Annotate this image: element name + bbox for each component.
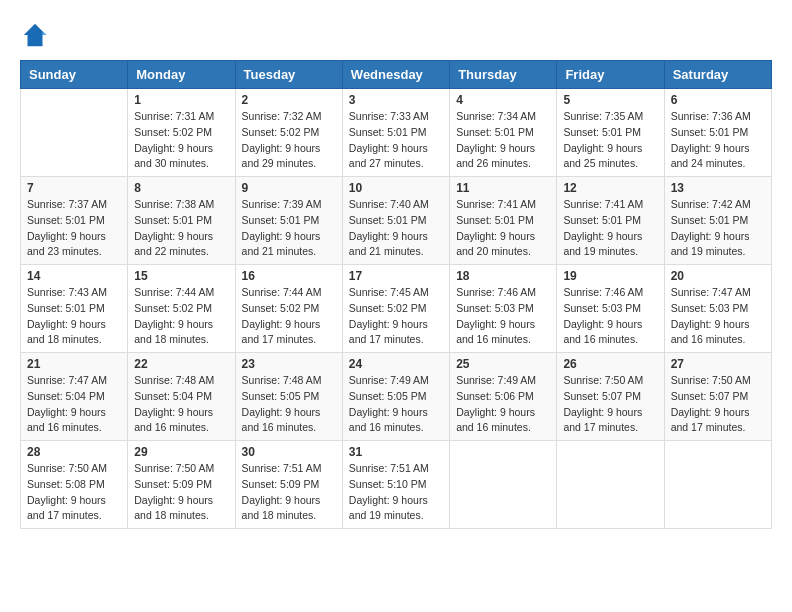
- week-row-5: 28Sunrise: 7:50 AMSunset: 5:08 PMDayligh…: [21, 441, 772, 529]
- sunset-text: Sunset: 5:01 PM: [456, 125, 550, 141]
- calendar-cell: 10Sunrise: 7:40 AMSunset: 5:01 PMDayligh…: [342, 177, 449, 265]
- sunrise-text: Sunrise: 7:34 AM: [456, 109, 550, 125]
- calendar-cell: 9Sunrise: 7:39 AMSunset: 5:01 PMDaylight…: [235, 177, 342, 265]
- day-number: 28: [27, 445, 121, 459]
- calendar-cell: 22Sunrise: 7:48 AMSunset: 5:04 PMDayligh…: [128, 353, 235, 441]
- day-number: 20: [671, 269, 765, 283]
- day-number: 26: [563, 357, 657, 371]
- daylight-text: Daylight: 9 hours and 19 minutes.: [671, 229, 765, 261]
- sunset-text: Sunset: 5:01 PM: [563, 213, 657, 229]
- cell-content: Sunrise: 7:37 AMSunset: 5:01 PMDaylight:…: [27, 197, 121, 260]
- sunrise-text: Sunrise: 7:50 AM: [134, 461, 228, 477]
- daylight-text: Daylight: 9 hours and 22 minutes.: [134, 229, 228, 261]
- sunset-text: Sunset: 5:04 PM: [134, 389, 228, 405]
- sunrise-text: Sunrise: 7:51 AM: [242, 461, 336, 477]
- daylight-text: Daylight: 9 hours and 24 minutes.: [671, 141, 765, 173]
- day-header-saturday: Saturday: [664, 61, 771, 89]
- calendar-cell: 29Sunrise: 7:50 AMSunset: 5:09 PMDayligh…: [128, 441, 235, 529]
- calendar-cell: 3Sunrise: 7:33 AMSunset: 5:01 PMDaylight…: [342, 89, 449, 177]
- cell-content: Sunrise: 7:43 AMSunset: 5:01 PMDaylight:…: [27, 285, 121, 348]
- cell-content: Sunrise: 7:34 AMSunset: 5:01 PMDaylight:…: [456, 109, 550, 172]
- cell-content: Sunrise: 7:41 AMSunset: 5:01 PMDaylight:…: [563, 197, 657, 260]
- cell-content: Sunrise: 7:44 AMSunset: 5:02 PMDaylight:…: [134, 285, 228, 348]
- calendar-cell: 30Sunrise: 7:51 AMSunset: 5:09 PMDayligh…: [235, 441, 342, 529]
- calendar-cell: [664, 441, 771, 529]
- daylight-text: Daylight: 9 hours and 19 minutes.: [349, 493, 443, 525]
- sunrise-text: Sunrise: 7:49 AM: [349, 373, 443, 389]
- calendar-cell: 14Sunrise: 7:43 AMSunset: 5:01 PMDayligh…: [21, 265, 128, 353]
- sunrise-text: Sunrise: 7:46 AM: [563, 285, 657, 301]
- sunset-text: Sunset: 5:01 PM: [242, 213, 336, 229]
- calendar-cell: 1Sunrise: 7:31 AMSunset: 5:02 PMDaylight…: [128, 89, 235, 177]
- cell-content: Sunrise: 7:48 AMSunset: 5:05 PMDaylight:…: [242, 373, 336, 436]
- cell-content: Sunrise: 7:44 AMSunset: 5:02 PMDaylight:…: [242, 285, 336, 348]
- sunset-text: Sunset: 5:01 PM: [349, 213, 443, 229]
- sunset-text: Sunset: 5:07 PM: [563, 389, 657, 405]
- sunrise-text: Sunrise: 7:44 AM: [242, 285, 336, 301]
- daylight-text: Daylight: 9 hours and 19 minutes.: [563, 229, 657, 261]
- calendar-cell: 17Sunrise: 7:45 AMSunset: 5:02 PMDayligh…: [342, 265, 449, 353]
- daylight-text: Daylight: 9 hours and 21 minutes.: [242, 229, 336, 261]
- day-header-thursday: Thursday: [450, 61, 557, 89]
- daylight-text: Daylight: 9 hours and 23 minutes.: [27, 229, 121, 261]
- calendar-cell: 24Sunrise: 7:49 AMSunset: 5:05 PMDayligh…: [342, 353, 449, 441]
- daylight-text: Daylight: 9 hours and 16 minutes.: [563, 317, 657, 349]
- cell-content: Sunrise: 7:31 AMSunset: 5:02 PMDaylight:…: [134, 109, 228, 172]
- calendar-cell: 7Sunrise: 7:37 AMSunset: 5:01 PMDaylight…: [21, 177, 128, 265]
- calendar-cell: 26Sunrise: 7:50 AMSunset: 5:07 PMDayligh…: [557, 353, 664, 441]
- cell-content: Sunrise: 7:46 AMSunset: 5:03 PMDaylight:…: [563, 285, 657, 348]
- calendar-header: SundayMondayTuesdayWednesdayThursdayFrid…: [21, 61, 772, 89]
- day-number: 5: [563, 93, 657, 107]
- daylight-text: Daylight: 9 hours and 16 minutes.: [456, 405, 550, 437]
- sunset-text: Sunset: 5:01 PM: [671, 213, 765, 229]
- calendar-cell: [450, 441, 557, 529]
- cell-content: Sunrise: 7:41 AMSunset: 5:01 PMDaylight:…: [456, 197, 550, 260]
- day-number: 17: [349, 269, 443, 283]
- sunset-text: Sunset: 5:02 PM: [242, 301, 336, 317]
- week-row-4: 21Sunrise: 7:47 AMSunset: 5:04 PMDayligh…: [21, 353, 772, 441]
- calendar-cell: 31Sunrise: 7:51 AMSunset: 5:10 PMDayligh…: [342, 441, 449, 529]
- daylight-text: Daylight: 9 hours and 25 minutes.: [563, 141, 657, 173]
- day-number: 27: [671, 357, 765, 371]
- sunset-text: Sunset: 5:02 PM: [134, 301, 228, 317]
- daylight-text: Daylight: 9 hours and 18 minutes.: [134, 493, 228, 525]
- sunrise-text: Sunrise: 7:47 AM: [27, 373, 121, 389]
- daylight-text: Daylight: 9 hours and 17 minutes.: [563, 405, 657, 437]
- week-row-1: 1Sunrise: 7:31 AMSunset: 5:02 PMDaylight…: [21, 89, 772, 177]
- calendar-cell: 13Sunrise: 7:42 AMSunset: 5:01 PMDayligh…: [664, 177, 771, 265]
- daylight-text: Daylight: 9 hours and 18 minutes.: [242, 493, 336, 525]
- daylight-text: Daylight: 9 hours and 16 minutes.: [242, 405, 336, 437]
- cell-content: Sunrise: 7:38 AMSunset: 5:01 PMDaylight:…: [134, 197, 228, 260]
- day-number: 1: [134, 93, 228, 107]
- sunset-text: Sunset: 5:09 PM: [242, 477, 336, 493]
- cell-content: Sunrise: 7:50 AMSunset: 5:09 PMDaylight:…: [134, 461, 228, 524]
- daylight-text: Daylight: 9 hours and 20 minutes.: [456, 229, 550, 261]
- sunrise-text: Sunrise: 7:44 AM: [134, 285, 228, 301]
- sunset-text: Sunset: 5:01 PM: [671, 125, 765, 141]
- calendar-cell: 16Sunrise: 7:44 AMSunset: 5:02 PMDayligh…: [235, 265, 342, 353]
- cell-content: Sunrise: 7:33 AMSunset: 5:01 PMDaylight:…: [349, 109, 443, 172]
- calendar-cell: 28Sunrise: 7:50 AMSunset: 5:08 PMDayligh…: [21, 441, 128, 529]
- day-header-friday: Friday: [557, 61, 664, 89]
- day-number: 2: [242, 93, 336, 107]
- day-number: 9: [242, 181, 336, 195]
- calendar-cell: [557, 441, 664, 529]
- daylight-text: Daylight: 9 hours and 16 minutes.: [134, 405, 228, 437]
- calendar-cell: 8Sunrise: 7:38 AMSunset: 5:01 PMDaylight…: [128, 177, 235, 265]
- cell-content: Sunrise: 7:47 AMSunset: 5:04 PMDaylight:…: [27, 373, 121, 436]
- daylight-text: Daylight: 9 hours and 17 minutes.: [671, 405, 765, 437]
- week-row-3: 14Sunrise: 7:43 AMSunset: 5:01 PMDayligh…: [21, 265, 772, 353]
- sunrise-text: Sunrise: 7:48 AM: [242, 373, 336, 389]
- day-number: 24: [349, 357, 443, 371]
- header-area: [20, 20, 772, 50]
- daylight-text: Daylight: 9 hours and 26 minutes.: [456, 141, 550, 173]
- calendar-cell: 15Sunrise: 7:44 AMSunset: 5:02 PMDayligh…: [128, 265, 235, 353]
- calendar-cell: 12Sunrise: 7:41 AMSunset: 5:01 PMDayligh…: [557, 177, 664, 265]
- cell-content: Sunrise: 7:32 AMSunset: 5:02 PMDaylight:…: [242, 109, 336, 172]
- sunrise-text: Sunrise: 7:50 AM: [671, 373, 765, 389]
- calendar-cell: 5Sunrise: 7:35 AMSunset: 5:01 PMDaylight…: [557, 89, 664, 177]
- daylight-text: Daylight: 9 hours and 18 minutes.: [27, 317, 121, 349]
- sunset-text: Sunset: 5:02 PM: [242, 125, 336, 141]
- sunset-text: Sunset: 5:06 PM: [456, 389, 550, 405]
- logo-icon: [20, 20, 50, 50]
